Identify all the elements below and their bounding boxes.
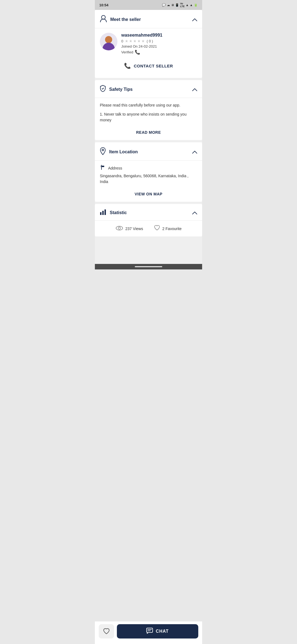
safety-card: Safety Tips Please read this carefully b… — [95, 80, 202, 140]
location-chevron-icon[interactable] — [192, 149, 197, 155]
seller-info-section: waseemahmed9991 0 ★ ★ ★ ★ ★ ( 0 ) Joined… — [95, 28, 202, 78]
status-bar: 10:54 💬 ☁ 🖥 📳 VoLTE ▲ ▲ 🔋 — [95, 0, 202, 10]
status-time: 10:54 — [99, 3, 108, 7]
statistic-section-header: Statistic — [95, 204, 202, 220]
statistic-section-title: Statistic — [110, 210, 127, 215]
svg-rect-3 — [101, 166, 104, 167]
location-pin-icon — [100, 147, 106, 157]
avatar-body — [103, 43, 115, 50]
rating-number: 0 — [121, 39, 123, 43]
verified-label: Verified — [121, 50, 133, 54]
favourites-stat: 2 Favourite — [154, 225, 182, 232]
chart-icon — [100, 209, 106, 217]
statistic-card: Statistic 237 Views — [95, 204, 202, 236]
star-3: ★ — [133, 39, 137, 43]
statistic-header-left: Statistic — [100, 209, 127, 217]
safety-intro-text: Please read this carefully before using … — [100, 102, 197, 108]
view-on-map-button[interactable]: VIEW ON MAP — [100, 189, 197, 200]
safety-section-header: Safety Tips — [95, 80, 202, 98]
address-text: Singasandra, Bengaluru, 560068, Karnatak… — [100, 173, 197, 185]
address-header: Address — [100, 165, 197, 171]
star-1: ★ — [125, 39, 128, 43]
seller-verified: Verified 📞 — [121, 50, 197, 55]
seller-info-row: waseemahmed9991 0 ★ ★ ★ ★ ★ ( 0 ) Joined… — [100, 33, 197, 55]
star-4: ★ — [137, 39, 141, 43]
whatsapp-icon: 💬 — [162, 3, 166, 7]
location-header-left: Item Location — [100, 147, 138, 157]
nav-indicator — [95, 264, 202, 269]
statistic-chevron-icon[interactable] — [192, 210, 197, 216]
screen-icon: 🖥 — [171, 3, 174, 7]
safety-chevron-icon[interactable] — [192, 87, 197, 92]
seller-rating: 0 ★ ★ ★ ★ ★ ( 0 ) — [121, 39, 197, 43]
battery-icon: 🔋 — [194, 3, 198, 7]
vibrate-icon: 📳 — [175, 3, 179, 7]
seller-section-header: Meet the seller — [95, 10, 202, 28]
svg-point-7 — [116, 226, 123, 230]
location-content: Address Singasandra, Bengaluru, 560068, … — [95, 161, 202, 202]
person-icon — [100, 15, 107, 24]
cloud-icon: ☁ — [167, 3, 170, 7]
location-card: Item Location Address Singasandra, Benga… — [95, 142, 202, 202]
svg-point-1 — [102, 149, 104, 151]
svg-rect-5 — [102, 211, 104, 215]
statistic-content: 237 Views 2 Favourite — [95, 221, 202, 236]
status-icons: 💬 ☁ 🖥 📳 VoLTE ▲ ▲ 🔋 — [162, 2, 198, 8]
views-stat: 237 Views — [116, 225, 143, 232]
heart-stat-icon — [154, 225, 160, 232]
safety-tip-1: 1. Never talk to anyone who insists on s… — [100, 111, 197, 123]
safety-section-title: Safety Tips — [109, 87, 133, 92]
seller-card: Meet the seller waseemahmed9991 0 — [95, 10, 202, 78]
signal-icon: ▲ — [190, 3, 193, 7]
seller-section-title: Meet the seller — [110, 17, 141, 22]
seller-header-left: Meet the seller — [100, 15, 141, 24]
avatar-figure — [103, 36, 115, 50]
svg-rect-4 — [100, 212, 101, 215]
seller-chevron-icon[interactable] — [192, 17, 197, 23]
contact-seller-label: CONTACT SELLER — [134, 64, 173, 68]
safety-header-left: Safety Tips — [100, 85, 133, 94]
phone-verified-icon: 📞 — [135, 50, 140, 55]
read-more-button[interactable]: READ MORE — [100, 127, 197, 138]
main-content: Meet the seller waseemahmed9991 0 — [95, 10, 202, 264]
svg-rect-6 — [105, 209, 106, 215]
signpost-icon — [100, 165, 105, 171]
shield-icon — [100, 85, 106, 94]
seller-details: waseemahmed9991 0 ★ ★ ★ ★ ★ ( 0 ) Joined… — [121, 33, 197, 55]
seller-name: waseemahmed9991 — [121, 33, 197, 38]
rating-count: ( 0 ) — [147, 39, 153, 43]
views-label: 237 Views — [125, 227, 143, 231]
seller-joined: Joined On 24-02-2021 — [121, 44, 197, 48]
location-section-title: Item Location — [109, 149, 138, 154]
location-section-header: Item Location — [95, 142, 202, 160]
address-label: Address — [108, 166, 122, 170]
avatar-head — [105, 36, 112, 43]
star-2: ★ — [129, 39, 133, 43]
wifi-icon: ▲ — [186, 3, 189, 7]
stat-row: 237 Views 2 Favourite — [100, 225, 197, 232]
contact-seller-button[interactable]: 📞 CONTACT SELLER — [100, 59, 197, 72]
contact-phone-icon: 📞 — [124, 62, 131, 69]
favourites-label: 2 Favourite — [162, 227, 182, 231]
seller-avatar — [100, 33, 117, 50]
views-icon — [116, 225, 123, 232]
safety-content: Please read this carefully before using … — [95, 98, 202, 140]
volte-icon: VoLTE — [180, 2, 185, 8]
svg-point-0 — [101, 15, 105, 19]
nav-pill — [135, 266, 162, 267]
svg-point-8 — [118, 227, 120, 229]
star-rating: ★ ★ ★ ★ ★ — [125, 39, 145, 43]
star-5: ★ — [141, 39, 145, 43]
